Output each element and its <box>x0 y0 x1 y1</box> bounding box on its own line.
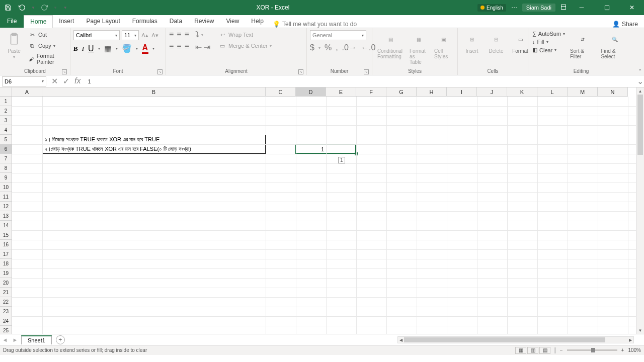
autosum-button[interactable]: ∑AutoSum ▾ <box>531 30 566 37</box>
scroll-right-icon[interactable]: ▶ <box>627 337 633 343</box>
conditional-formatting-button[interactable]: ▤Conditional Formatting <box>375 30 406 60</box>
alignment-launcher[interactable]: ↘ <box>298 69 303 74</box>
number-format-select[interactable]: General▾ <box>310 30 366 40</box>
zoom-thumb[interactable] <box>591 348 595 352</box>
decrease-decimal-icon[interactable]: ←.0 <box>361 43 375 52</box>
cancel-formula-icon[interactable]: ✕ <box>51 76 58 86</box>
scroll-left-icon[interactable]: ◀ <box>398 337 404 343</box>
accounting-icon[interactable]: $ <box>310 43 314 52</box>
format-as-table-button[interactable]: ▦Format as Table <box>408 30 430 66</box>
view-page-layout-button[interactable]: ▥ <box>527 347 538 354</box>
enter-formula-icon[interactable]: ✓ <box>63 76 69 86</box>
row-header-12[interactable]: 12 <box>0 202 12 211</box>
redo-dropdown-icon[interactable]: ▼ <box>53 6 57 10</box>
row-header-24[interactable]: 24 <box>0 316 12 326</box>
col-header-L[interactable]: L <box>537 87 568 97</box>
find-select-button[interactable]: 🔍Find & Select <box>599 30 631 60</box>
cell-styles-button[interactable]: ▣Cell Styles <box>432 30 454 60</box>
scroll-down-icon[interactable]: ▼ <box>636 327 644 334</box>
horizontal-scrollbar[interactable]: ◀ ▶ <box>397 336 634 343</box>
delete-cells-button[interactable]: ⊟Delete <box>485 30 507 55</box>
cut-button[interactable]: ✂Cut <box>27 30 67 39</box>
row-header-8[interactable]: 8 <box>0 163 12 173</box>
overflow-icon[interactable]: ⋯ <box>511 4 517 11</box>
merge-center-button[interactable]: ▭Merge & Center ▾ <box>217 41 273 50</box>
indent-decrease-icon[interactable]: ⇤ <box>195 42 202 52</box>
increase-decimal-icon[interactable]: .0→ <box>342 43 357 52</box>
tab-file[interactable]: File <box>0 15 24 28</box>
col-header-J[interactable]: J <box>477 87 507 97</box>
language-badge[interactable]: English <box>477 4 506 12</box>
col-header-E[interactable]: E <box>326 87 356 97</box>
paste-button[interactable]: Paste▾ <box>3 30 25 60</box>
redo-icon[interactable] <box>39 3 49 13</box>
col-header-N[interactable]: N <box>598 87 628 97</box>
row-header-21[interactable]: 21 <box>0 288 12 297</box>
italic-button[interactable]: I <box>82 45 84 53</box>
row-header-15[interactable]: 15 <box>0 230 12 240</box>
align-middle-icon[interactable]: ≡ <box>177 30 181 39</box>
col-header-A[interactable]: A <box>12 87 42 97</box>
orientation-icon[interactable]: ⤵ <box>195 30 199 39</box>
grow-font-icon[interactable]: A▴ <box>141 31 149 39</box>
font-size-select[interactable]: 11▾ <box>122 30 139 40</box>
row-header-16[interactable]: 16 <box>0 240 12 249</box>
font-color-button[interactable]: A <box>142 43 149 54</box>
row-header-13[interactable]: 13 <box>0 211 12 221</box>
clear-button[interactable]: ◧Clear ▾ <box>531 46 566 54</box>
align-bottom-icon[interactable]: ≡ <box>185 30 189 39</box>
qat-customize-icon[interactable]: ▼ <box>63 6 67 10</box>
share-button[interactable]: 👤Share <box>612 21 638 28</box>
undo-dropdown-icon[interactable]: ▼ <box>31 6 35 10</box>
format-painter-button[interactable]: 🖌Format Painter <box>27 52 67 65</box>
cell-b6[interactable]: ২।জোড় সংখ্যক TRUE থাকলে XOR এর মান হবে … <box>43 144 265 154</box>
save-icon[interactable] <box>3 3 13 13</box>
tab-home[interactable]: Home <box>24 15 53 28</box>
percent-icon[interactable]: % <box>325 43 332 52</box>
row-header-22[interactable]: 22 <box>0 297 12 307</box>
fx-icon[interactable]: fx <box>74 76 80 86</box>
undo-icon[interactable] <box>17 3 27 13</box>
ribbon-display-icon[interactable] <box>560 4 567 12</box>
tab-page-layout[interactable]: Page Layout <box>80 15 126 28</box>
align-top-icon[interactable]: ≡ <box>169 30 174 39</box>
row-header-7[interactable]: 7 <box>0 154 12 163</box>
hscroll-thumb[interactable] <box>404 337 605 342</box>
row-header-10[interactable]: 10 <box>0 183 12 192</box>
borders-button[interactable]: ▦ <box>104 44 112 53</box>
tab-review[interactable]: Review <box>188 15 220 28</box>
align-right-icon[interactable]: ≡ <box>185 42 189 51</box>
tab-view[interactable]: View <box>220 15 246 28</box>
zoom-in-button[interactable]: + <box>621 347 624 353</box>
cell-b5[interactable]: ১। বিজোড় সংখ্যক TRUE থাকলে XOR এর মান হ… <box>43 135 265 144</box>
add-sheet-button[interactable]: + <box>56 335 65 344</box>
col-header-I[interactable]: I <box>447 87 477 97</box>
formula-input[interactable]: 1 <box>85 78 636 84</box>
row-header-11[interactable]: 11 <box>0 192 12 202</box>
align-center-icon[interactable]: ≡ <box>177 42 181 51</box>
sheet-nav-prev[interactable]: ◄ <box>0 337 10 343</box>
scroll-up-icon[interactable]: ▲ <box>636 87 644 95</box>
shrink-font-icon[interactable]: A▾ <box>151 31 159 39</box>
row-header-4[interactable]: 4 <box>0 125 12 135</box>
row-header-3[interactable]: 3 <box>0 116 12 125</box>
collapse-ribbon-icon[interactable]: ⌃ <box>638 68 642 74</box>
col-header-B[interactable]: B <box>42 87 266 97</box>
underline-button[interactable]: U <box>88 44 94 53</box>
row-header-9[interactable]: 9 <box>0 173 12 183</box>
copy-button[interactable]: ⧉Copy ▾ <box>27 41 67 50</box>
col-header-K[interactable]: K <box>507 87 537 97</box>
fill-color-button[interactable]: 🪣 <box>122 44 132 53</box>
user-name[interactable]: Siam Sadi <box>522 4 555 12</box>
insert-cells-button[interactable]: ⊞Insert <box>461 30 483 55</box>
clipboard-launcher[interactable]: ↘ <box>62 69 67 74</box>
font-launcher[interactable]: ↘ <box>157 69 163 74</box>
row-header-1[interactable]: 1 <box>0 97 12 106</box>
indent-increase-icon[interactable]: ⇥ <box>204 42 210 52</box>
sheet-nav-next[interactable]: ► <box>10 337 20 343</box>
col-header-D[interactable]: D <box>296 87 326 97</box>
tab-formulas[interactable]: Formulas <box>126 15 164 28</box>
tab-help[interactable]: Help <box>245 15 270 28</box>
col-header-F[interactable]: F <box>356 87 386 97</box>
maximize-button[interactable] <box>597 0 617 15</box>
